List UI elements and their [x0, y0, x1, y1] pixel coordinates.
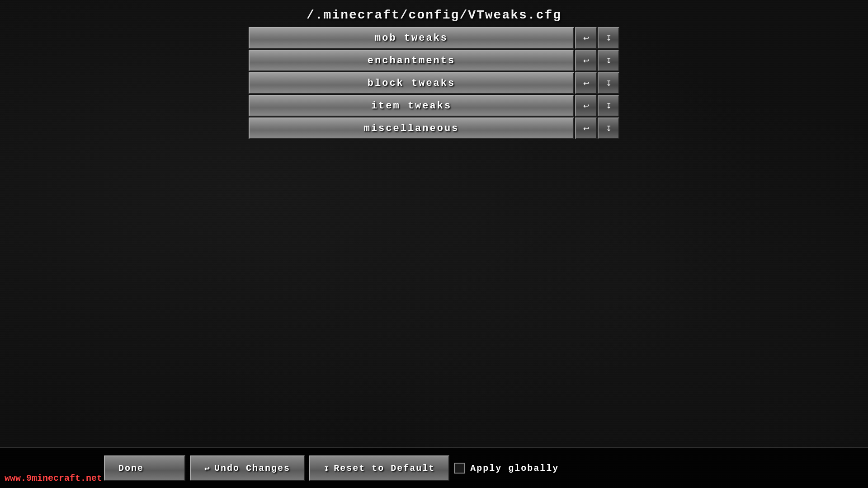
mob-tweaks-button[interactable]: mob tweaks: [249, 27, 574, 49]
item-tweaks-button[interactable]: item tweaks: [249, 95, 574, 117]
undo-changes-label: Undo Changes: [214, 463, 290, 474]
reset-to-default-label: Reset to Default: [334, 463, 435, 474]
block-tweaks-reset-button[interactable]: ↧: [598, 72, 619, 94]
undo-icon: ↩: [583, 79, 589, 88]
mob-tweaks-reset-button[interactable]: ↧: [598, 27, 619, 49]
enchantments-reset-button[interactable]: ↧: [598, 50, 619, 71]
reset-icon: ↧: [606, 79, 612, 88]
mob-tweaks-undo-button[interactable]: ↩: [575, 27, 597, 49]
reset-icon: ↧: [606, 34, 612, 42]
enchantments-undo-button[interactable]: ↩: [575, 50, 597, 71]
miscellaneous-button[interactable]: miscellaneous: [249, 117, 574, 139]
miscellaneous-undo-button[interactable]: ↩: [575, 117, 597, 139]
block-tweaks-button[interactable]: block tweaks: [249, 72, 574, 94]
undo-icon: ↩: [583, 124, 589, 133]
reset-to-default-button[interactable]: ↧ Reset to Default: [309, 455, 449, 481]
menu-row-mob-tweaks: mob tweaks ↩ ↧: [249, 27, 619, 49]
item-tweaks-undo-button[interactable]: ↩: [575, 95, 597, 117]
miscellaneous-reset-button[interactable]: ↧: [598, 117, 619, 139]
block-tweaks-undo-button[interactable]: ↩: [575, 72, 597, 94]
reset-icon: ↧: [606, 124, 612, 133]
menu-row-item-tweaks: item tweaks ↩ ↧: [249, 95, 619, 117]
apply-globally-container[interactable]: Apply globally: [454, 463, 559, 474]
menu-row-miscellaneous: miscellaneous ↩ ↧: [249, 117, 619, 139]
done-button[interactable]: Done: [104, 455, 185, 481]
reset-to-default-icon: ↧: [324, 463, 330, 474]
reset-icon: ↧: [606, 102, 612, 110]
watermark: www.9minecraft.net: [5, 473, 102, 483]
menu-row-block-tweaks: block tweaks ↩ ↧: [249, 72, 619, 94]
enchantments-button[interactable]: enchantments: [249, 50, 574, 71]
undo-icon: ↩: [583, 102, 589, 110]
item-tweaks-reset-button[interactable]: ↧: [598, 95, 619, 117]
undo-icon: ↩: [583, 34, 589, 42]
undo-icon: ↩: [583, 56, 589, 65]
apply-globally-checkbox[interactable]: [454, 463, 465, 474]
page-title: /.minecraft/config/VTweaks.cfg: [0, 0, 868, 31]
undo-changes-button[interactable]: ↩ Undo Changes: [190, 455, 305, 481]
menu-row-enchantments: enchantments ↩ ↧: [249, 50, 619, 71]
undo-changes-icon: ↩: [204, 463, 211, 474]
apply-globally-label: Apply globally: [470, 463, 559, 474]
reset-icon: ↧: [606, 56, 612, 65]
menu-container: mob tweaks ↩ ↧ enchantments ↩ ↧ block tw…: [249, 27, 619, 140]
bottom-bar: Done ↩ Undo Changes ↧ Reset to Default A…: [0, 447, 868, 488]
